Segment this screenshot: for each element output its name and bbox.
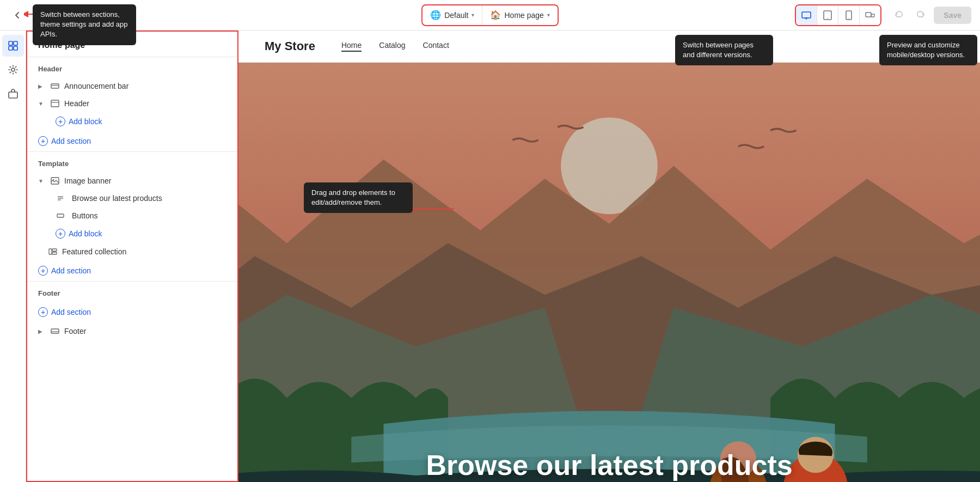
add-section-template-btn[interactable]: + Add section — [27, 260, 237, 281]
preview-wrapper: My Store Home Catalog Contact 🔍 🛒 — [238, 30, 980, 482]
svg-point-5 — [827, 18, 828, 19]
add-section-footer-btn[interactable]: + Add section — [27, 302, 237, 322]
buttons-label: Buttons — [72, 211, 226, 220]
buttons-item[interactable]: Buttons — [27, 207, 237, 224]
image-banner-item[interactable]: ▼ Image banner — [27, 172, 237, 190]
nav-catalog[interactable]: Catalog — [379, 41, 405, 52]
home-icon: 🏠 — [490, 10, 501, 20]
add-block-header-btn[interactable]: + Add block — [27, 112, 237, 131]
nav-contact[interactable]: Contact — [423, 41, 449, 52]
collapse-icon-2: ▼ — [38, 178, 46, 184]
svg-rect-12 — [9, 46, 13, 50]
save-button[interactable]: Save — [934, 7, 971, 24]
header-group-label: Header — [27, 57, 237, 77]
topbar-left: Dawn Live ••• Switch between sections, t… — [9, 7, 105, 24]
sections-icon-btn[interactable] — [2, 35, 24, 57]
featured-collection-label: Featured collection — [62, 247, 226, 256]
responsive-view-btn[interactable] — [860, 5, 880, 25]
store-nav-right: 🔍 🛒 — [918, 40, 954, 53]
svg-rect-13 — [14, 46, 17, 50]
layout-icon — [50, 82, 60, 90]
featured-collection-item[interactable]: Featured collection — [27, 243, 237, 260]
add-block-template-btn[interactable]: + Add block — [27, 224, 237, 243]
default-dropdown[interactable]: 🌐 Default ▾ 🏠 Home page ▾ — [421, 4, 559, 26]
svg-point-14 — [11, 68, 15, 71]
main-content: Home page Header ▶ Announcement bar ▼ He… — [0, 30, 980, 482]
button-icon — [56, 212, 65, 219]
announcement-bar-label: Announcement bar — [64, 82, 226, 90]
circle-plus-icon-4: + — [38, 266, 48, 276]
svg-rect-25 — [57, 214, 64, 217]
topbar: Dawn Live ••• Switch between sections, t… — [0, 0, 980, 30]
mobile-view-btn[interactable] — [838, 5, 859, 25]
chevron-down-icon-2: ▾ — [547, 12, 550, 18]
template-group: Template ▼ Image banner Browse our lates… — [27, 151, 237, 281]
topbar-right: Save — [795, 4, 971, 26]
footer-label: Footer — [64, 327, 226, 335]
header-group: Header ▶ Announcement bar ▼ Header + — [27, 57, 237, 151]
apps-icon-btn[interactable] — [2, 83, 24, 105]
svg-rect-15 — [9, 92, 17, 98]
svg-rect-9 — [871, 14, 874, 17]
svg-point-21 — [53, 179, 54, 180]
circle-plus-icon-2: + — [38, 136, 48, 146]
add-section-header-btn[interactable]: + Add section — [27, 131, 237, 151]
svg-rect-8 — [866, 13, 871, 17]
footer-group: Footer + Add section ▶ Footer — [27, 281, 237, 340]
store-logo: My Store — [265, 39, 315, 53]
circle-plus-icon-3: + — [56, 229, 65, 239]
image-icon — [50, 176, 60, 185]
circle-plus-icon-5: + — [38, 307, 48, 317]
expand-icon: ▶ — [38, 83, 46, 89]
preview-area: My Store Home Catalog Contact 🔍 🛒 — [238, 30, 980, 482]
globe-icon: 🌐 — [430, 10, 441, 20]
redo-button[interactable] — [912, 7, 929, 24]
hero-text: Browse our latest products — [426, 449, 792, 481]
desktop-view-btn[interactable] — [796, 5, 817, 25]
header-icon — [50, 99, 60, 108]
svg-rect-28 — [52, 252, 57, 254]
footer-group-label: Footer — [27, 282, 237, 302]
search-icon[interactable]: 🔍 — [918, 40, 932, 53]
undo-button[interactable] — [890, 7, 908, 24]
left-panel: Home page Header ▶ Announcement bar ▼ He… — [26, 30, 238, 482]
live-badge: Live — [59, 10, 81, 20]
view-toggle[interactable] — [795, 4, 881, 26]
panel-title: Home page — [27, 32, 237, 57]
store-nav: Home Catalog Contact — [341, 41, 449, 52]
svg-rect-16 — [51, 84, 59, 88]
svg-rect-11 — [14, 41, 17, 45]
header-label: Header — [64, 99, 226, 108]
svg-rect-18 — [51, 100, 59, 107]
svg-rect-26 — [49, 249, 52, 254]
header-item[interactable]: ▼ Header — [27, 95, 237, 112]
image-banner-label: Image banner — [64, 176, 226, 185]
svg-point-7 — [849, 18, 849, 19]
footer-item[interactable]: ▶ Footer — [27, 322, 237, 340]
tablet-view-btn[interactable] — [817, 5, 838, 25]
topbar-center: 🌐 Default ▾ 🏠 Home page ▾ — [421, 4, 559, 26]
nav-home[interactable]: Home — [341, 41, 362, 52]
default-btn[interactable]: 🌐 Default ▾ — [422, 7, 482, 23]
store-header: My Store Home Catalog Contact 🔍 🛒 — [238, 30, 980, 63]
svg-rect-1 — [802, 12, 811, 18]
chevron-down-icon: ▾ — [471, 12, 474, 18]
announcement-bar-item[interactable]: ▶ Announcement bar — [27, 77, 237, 95]
svg-rect-29 — [51, 329, 59, 333]
browse-products-item[interactable]: Browse our latest products — [27, 190, 237, 207]
svg-rect-27 — [52, 249, 57, 251]
footer-layout-icon — [50, 327, 60, 335]
settings-icon-btn[interactable] — [2, 59, 24, 81]
collection-icon — [48, 247, 58, 256]
svg-rect-10 — [9, 41, 13, 45]
icon-sidebar — [0, 30, 26, 482]
text-icon — [56, 194, 65, 202]
expand-icon-2: ▶ — [38, 328, 46, 334]
circle-plus-icon: + — [56, 117, 65, 126]
collapse-icon: ▼ — [38, 101, 46, 107]
browse-products-label: Browse our latest products — [72, 194, 226, 203]
homepage-btn[interactable]: 🏠 Home page ▾ — [482, 7, 557, 23]
template-group-label: Template — [27, 152, 237, 172]
more-button[interactable]: ••• — [87, 7, 105, 24]
cart-icon[interactable]: 🛒 — [940, 40, 954, 53]
